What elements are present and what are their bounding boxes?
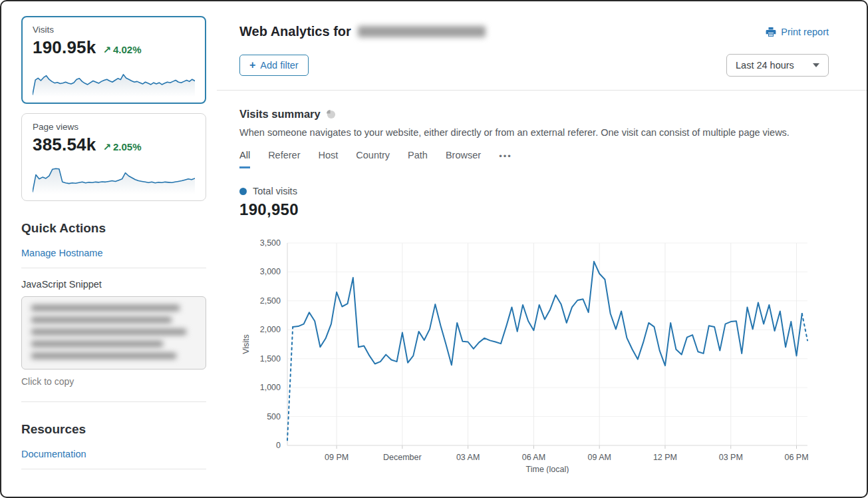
trend-up-icon: ↗ [102, 44, 111, 55]
quick-actions-heading: Quick Actions [21, 221, 206, 236]
total-visits-value: 190,950 [239, 200, 829, 219]
tab-browser[interactable]: Browser [446, 150, 481, 168]
plus-icon: + [249, 60, 255, 71]
pie-chart-icon [326, 109, 336, 119]
blurred-domain-name [358, 26, 486, 37]
visits-line-chart: 05001,0001,5002,0002,5003,0003,50009 PMD… [239, 235, 829, 473]
svg-text:03 PM: 03 PM [719, 453, 743, 462]
blurred-code-line [31, 341, 163, 347]
metric-card-visits[interactable]: Visits 190.95k ↗4.02% [21, 16, 206, 104]
visits-summary-heading: Visits summary [239, 108, 321, 121]
metric-card-page-views[interactable]: Page views 385.54k ↗2.05% [21, 113, 206, 201]
svg-text:09 AM: 09 AM [587, 453, 611, 462]
blurred-code-line [31, 353, 176, 359]
time-range-dropdown[interactable]: Last 24 hours [726, 54, 829, 77]
summary-tabs: All Referer Host Country Path Browser ••… [239, 150, 829, 168]
manage-hostname-link[interactable]: Manage Hostname [21, 240, 206, 268]
svg-text:Visits: Visits [241, 334, 251, 354]
blurred-code-line [31, 305, 180, 311]
svg-text:1,000: 1,000 [260, 383, 281, 392]
svg-text:3,000: 3,000 [260, 267, 281, 276]
visits-chart: 05001,0001,5002,0002,5003,0003,50009 PMD… [239, 235, 829, 476]
legend-dot-icon [239, 188, 247, 195]
page-title-text: Web Analytics for [239, 24, 351, 39]
javascript-snippet-label: JavaScript Snippet [21, 279, 206, 290]
metric-value: 385.54k [33, 134, 96, 155]
add-filter-button[interactable]: + Add filter [239, 55, 309, 76]
svg-text:09 PM: 09 PM [325, 453, 349, 462]
divider [21, 401, 206, 402]
metric-delta: ↗2.05% [102, 141, 141, 153]
tab-referer[interactable]: Referer [268, 150, 300, 168]
svg-text:06 PM: 06 PM [784, 453, 808, 462]
metric-delta-value: 2.05% [113, 141, 142, 152]
svg-text:03 AM: 03 AM [456, 453, 480, 462]
visits-summary-description: When someone navigates to your website, … [239, 127, 829, 138]
app-window: Visits 190.95k ↗4.02% Page views 385.54k… [0, 0, 868, 498]
page-views-sparkline [33, 159, 195, 195]
tab-country[interactable]: Country [356, 150, 390, 168]
blurred-code-line [31, 317, 172, 323]
svg-text:December: December [383, 453, 422, 462]
resources-heading: Resources [21, 422, 206, 437]
chevron-down-icon [813, 63, 819, 67]
svg-text:1,500: 1,500 [260, 354, 281, 364]
add-filter-label: Add filter [260, 60, 298, 71]
divider [21, 469, 206, 469]
svg-text:12 PM: 12 PM [653, 453, 677, 462]
visits-sparkline [33, 62, 195, 98]
metric-value: 190.95k [33, 37, 96, 58]
blurred-code-line [31, 329, 186, 335]
click-to-copy-hint: Click to copy [21, 376, 206, 387]
metric-label: Visits [33, 25, 195, 35]
time-range-value: Last 24 hours [736, 60, 794, 71]
svg-text:2,500: 2,500 [260, 296, 281, 306]
sidebar: Visits 190.95k ↗4.02% Page views 385.54k… [1, 1, 217, 497]
metric-label: Page views [33, 122, 195, 132]
trend-up-icon: ↗ [102, 141, 111, 152]
metric-delta-value: 4.02% [113, 44, 142, 55]
tab-all[interactable]: All [239, 150, 250, 168]
main-content: Web Analytics for Print report + Add fil… [217, 1, 868, 497]
divider [21, 268, 206, 268]
legend-label: Total visits [253, 186, 297, 196]
page-title: Web Analytics for [239, 24, 486, 39]
metric-delta: ↗4.02% [102, 44, 141, 56]
svg-text:06 AM: 06 AM [522, 453, 545, 462]
javascript-snippet-code-box[interactable] [21, 296, 206, 370]
svg-text:Time (local): Time (local) [526, 465, 569, 473]
svg-text:3,500: 3,500 [260, 238, 281, 248]
documentation-link[interactable]: Documentation [21, 441, 206, 469]
more-tabs-icon[interactable]: ••• [499, 151, 512, 167]
tab-path[interactable]: Path [408, 150, 428, 168]
svg-text:0: 0 [276, 441, 281, 450]
tab-host[interactable]: Host [318, 150, 338, 168]
svg-text:2,000: 2,000 [260, 325, 281, 334]
print-report-button[interactable]: Print report [766, 27, 829, 37]
chart-legend: Total visits [239, 186, 829, 196]
svg-text:500: 500 [267, 412, 281, 421]
print-report-label: Print report [781, 27, 829, 37]
printer-icon [766, 27, 776, 37]
